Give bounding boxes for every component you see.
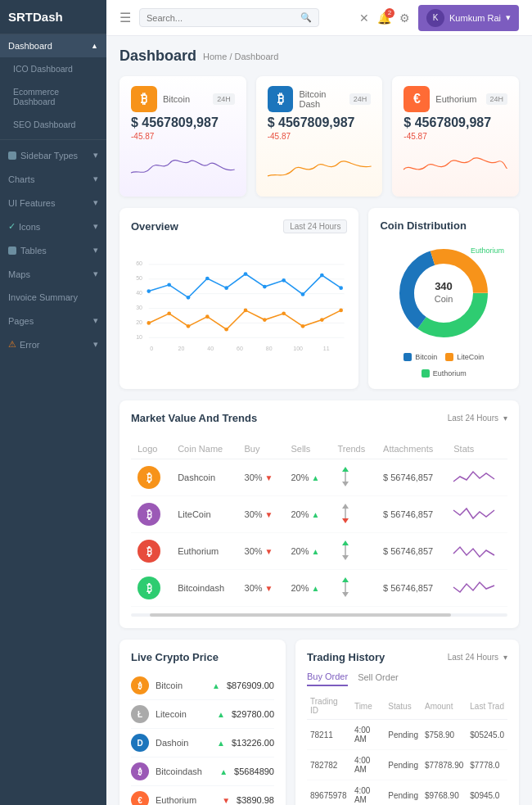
- svg-text:60: 60: [237, 346, 243, 351]
- attachment-cell: $ 56746,857: [376, 496, 447, 533]
- sidebar-item-label: Ecommerce Dashboard: [13, 87, 98, 106]
- search-icon: 🔍: [300, 12, 312, 23]
- settings-icon[interactable]: ⚙: [399, 11, 410, 25]
- sidebar-item-label: Error: [20, 340, 93, 350]
- card-header: € Euthorium 24H: [404, 86, 507, 112]
- sidebar-item-tables[interactable]: Tables ▾: [0, 238, 106, 262]
- sidebar-item-label: Charts: [8, 174, 93, 184]
- col-coin-name: Coin Name: [171, 439, 237, 459]
- trading-table-body: 78211 4:00 AM Pending $758.90 $05245.0 7…: [307, 720, 507, 806]
- breadcrumb-current: Dashboard: [235, 52, 279, 61]
- change-arrow: ▲: [212, 681, 220, 690]
- section-header: Live Crypto Price: [131, 651, 274, 663]
- chevron-down-icon: ▾: [93, 174, 98, 184]
- trade-last: $05245.0: [467, 720, 507, 750]
- eth-label: Euthorium: [471, 246, 504, 255]
- live-price-title: Live Crypto Price: [131, 651, 219, 663]
- col-amount: Amount: [422, 693, 467, 720]
- trading-id: 89675978: [307, 780, 351, 806]
- coin-icon: ₿: [138, 577, 160, 599]
- coin-price: $3890.98: [237, 795, 274, 805]
- sidebar-item-label: SEO Dashboard: [13, 120, 75, 129]
- coin-name: Dashoin: [156, 738, 210, 748]
- market-card: Market Value And Trends Last 24 Hours ▾ …: [119, 400, 519, 628]
- main-content: ☰ 🔍 ✕ 🔔 2 ⚙ K Kumkum Rai ▾ Dashboard Hom…: [106, 0, 532, 805]
- sidebar-item-dashboard[interactable]: Dashboard ▲: [0, 34, 106, 57]
- market-table: Logo Coin Name Buy Sells Trends Attachme…: [131, 439, 507, 607]
- live-price-list: ₿ Bitcoin ▲ $876909.00 Ł Litecoin ▲ $297…: [131, 672, 274, 805]
- buy-arrow: ▼: [265, 584, 273, 593]
- table-scrollbar[interactable]: [131, 613, 507, 617]
- svg-text:50: 50: [136, 275, 142, 281]
- user-name: Kumkum Rai: [449, 13, 501, 23]
- sidebar-item-charts[interactable]: Charts ▾: [0, 167, 106, 191]
- sidebar-type-icon: [8, 152, 16, 160]
- card-badge: 24H: [486, 93, 508, 105]
- svg-text:100: 100: [293, 346, 303, 351]
- trade-status: Pending: [385, 720, 422, 750]
- sidebar-item-ui-features[interactable]: UI Features ▾: [0, 191, 106, 215]
- sidebar-item-label: Dashboard: [8, 41, 52, 51]
- col-time: Time: [351, 693, 385, 720]
- card-label: Bitcoin Dash: [299, 89, 349, 109]
- trading-table-container: Trading ID Time Status Amount Last Trad …: [307, 693, 507, 805]
- notification-icon[interactable]: 🔔 2: [377, 11, 391, 25]
- svg-point-19: [147, 289, 151, 293]
- svg-marker-50: [342, 518, 349, 523]
- sidebar-item-seo[interactable]: SEO Dashboard: [0, 113, 106, 136]
- legend-eth-label: Euthorium: [433, 369, 467, 378]
- sidebar-item-invoice[interactable]: Invoice Summary: [0, 286, 106, 309]
- sidebar-item-pages[interactable]: Pages ▾: [0, 309, 106, 332]
- sidebar-item-label: Tables: [20, 246, 93, 256]
- sell-cell: 20% ▲: [284, 459, 331, 496]
- sidebar-item-ecommerce[interactable]: Ecommerce Dashboard: [0, 80, 106, 113]
- hamburger-icon[interactable]: ☰: [119, 10, 131, 25]
- change-arrow: ▲: [217, 739, 225, 748]
- table-row: 782782 4:00 AM Pending $77878.90 $7778.0: [307, 750, 507, 780]
- table-row: ₿ Bitcoindash 30% ▼ 20% ▲: [131, 570, 507, 607]
- list-item: ₿ Bitcoin ▲ $876909.00: [131, 672, 274, 700]
- col-trading-id: Trading ID: [307, 693, 351, 720]
- trade-time: 4:00 AM: [351, 780, 385, 806]
- search-input[interactable]: [147, 13, 300, 23]
- col-last-trad: Last Trad: [467, 693, 507, 720]
- sidebar-item-icons[interactable]: ✓ Icons ▾: [0, 215, 106, 238]
- market-table-body: ₿ Dashcoin 30% ▼ 20% ▲: [131, 459, 507, 607]
- user-menu-button[interactable]: K Kumkum Rai ▾: [418, 5, 519, 31]
- coin-name: Bitcoin: [156, 681, 205, 690]
- trade-time: 4:00 AM: [351, 720, 385, 750]
- btc-icon: ₿: [131, 86, 157, 112]
- breadcrumb-home: Home: [203, 52, 227, 61]
- close-icon[interactable]: ✕: [359, 11, 369, 25]
- chevron-down-icon: ▾: [93, 197, 98, 208]
- trend-cell: [331, 533, 376, 570]
- trade-last: $0945.0: [467, 780, 507, 806]
- section-header: Overview Last 24 Hours: [131, 219, 347, 233]
- attachment-cell: $ 56746,857: [376, 459, 447, 496]
- chevron-down-icon: ▾: [93, 245, 98, 256]
- btc-value: $ 4567809,987: [131, 115, 235, 130]
- trading-id: 78211: [307, 720, 351, 750]
- sidebar-item-ico[interactable]: ICO Dashboard: [0, 57, 106, 80]
- svg-text:20: 20: [136, 319, 142, 325]
- chevron-down-icon[interactable]: ▾: [503, 414, 507, 423]
- tab-buy-order[interactable]: Buy Order: [307, 672, 348, 686]
- svg-text:20: 20: [178, 346, 185, 351]
- chevron-down-icon[interactable]: ▾: [503, 653, 507, 662]
- coin-icon-btc: ₿: [131, 676, 149, 694]
- app-logo: SRTDash: [0, 0, 106, 34]
- tab-sell-order[interactable]: Sell Order: [358, 672, 399, 685]
- sidebar-item-sidebar-types[interactable]: Sidebar Types ▾: [0, 143, 106, 167]
- svg-text:40: 40: [136, 290, 142, 296]
- table-row: 89675978 4:00 AM Pending $9768.90 $0945.…: [307, 780, 507, 806]
- sidebar-item-error[interactable]: ⚠ Error ▾: [0, 332, 106, 356]
- card-header: ₿ Bitcoin 24H: [131, 86, 235, 112]
- sidebar-item-maps[interactable]: Maps ▾: [0, 262, 106, 286]
- trend-icon: [337, 504, 354, 523]
- buy-cell: 30% ▼: [238, 496, 285, 533]
- overview-title: Overview: [131, 220, 178, 233]
- overview-filter-btn[interactable]: Last 24 Hours: [283, 219, 347, 233]
- svg-marker-48: [342, 482, 349, 486]
- coin-price: $13226.00: [232, 738, 274, 748]
- legend-btc-color: [404, 353, 412, 361]
